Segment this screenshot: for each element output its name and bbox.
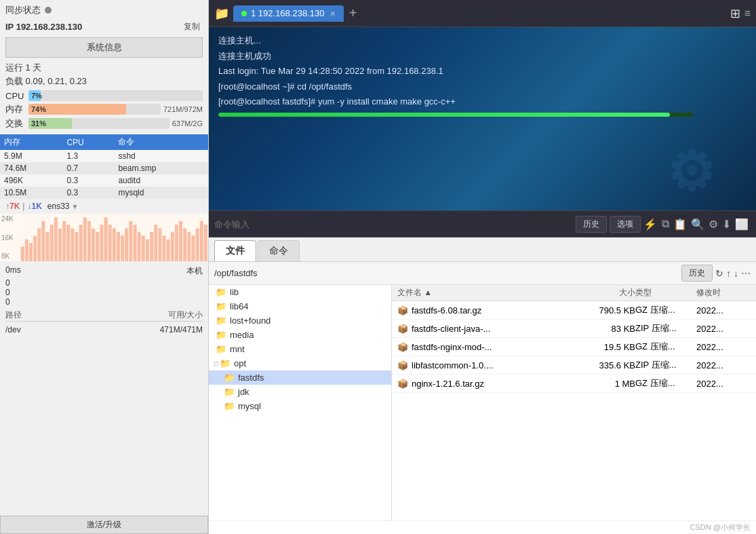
net-chevron-icon: ▼	[72, 203, 79, 210]
col-date[interactable]: 修改时	[696, 287, 751, 299]
proc-mem: 10.5M	[0, 187, 62, 199]
ip-row: IP 192.168.238.130 复制	[5, 20, 203, 33]
terminal-line-4: [root@localhost ~]# cd /opt/fastdfs	[218, 80, 747, 94]
swap-row: 交换 31% 637M/2G	[5, 117, 203, 130]
file-type: GZ 压缩...	[635, 341, 696, 353]
proc-cpu: 0.7	[62, 162, 114, 174]
left-top: 同步状态 IP 192.168.238.130 复制 系统信息 运行 1 天 负…	[0, 0, 208, 134]
list-item[interactable]: 📁lib	[209, 285, 391, 299]
download-icon[interactable]: ⬇	[722, 218, 731, 231]
tab-close-icon[interactable]: ×	[330, 8, 335, 19]
table-row[interactable]: 496K0.3auditd	[0, 174, 208, 187]
history-button[interactable]: 历史	[576, 216, 607, 233]
file-browser: /opt/fastdfs 历史 ↻ ↑ ↓ ⋯ 📁lib📁lib64📁lost+…	[209, 262, 756, 534]
copy-icon[interactable]: ⧉	[662, 218, 669, 230]
terminal-tab[interactable]: 1 192.168.238.130 ×	[233, 5, 344, 22]
table-row[interactable]: 5.9M1.3sshd	[0, 150, 208, 162]
proc-mem: 74.6M	[0, 162, 62, 174]
file-size: 335.6 KB	[574, 360, 635, 370]
col-type[interactable]: 类型	[635, 287, 696, 299]
copy-button[interactable]: 复制	[181, 20, 203, 33]
tab-file[interactable]: 文件	[214, 240, 256, 261]
upgrade-button[interactable]: 激活/升级	[0, 516, 208, 534]
disk-section: 路径 可用/大小 /dev 471M/471M	[0, 307, 208, 516]
list-item[interactable]: 📦fastdfs-nginx-mod-... 19.5 KB GZ 压缩... …	[392, 338, 756, 356]
list-item[interactable]: 📦fastdfs-client-java-... 83 KB ZIP 压缩...…	[392, 320, 756, 338]
svg-rect-4	[37, 229, 41, 261]
list-item[interactable]: 📦fastdfs-6.08.tar.gz 790.5 KB GZ 压缩... 2…	[392, 301, 756, 320]
list-item[interactable]: 📁media	[209, 328, 391, 342]
proc-mem: 496K	[0, 174, 62, 187]
col-size[interactable]: 大小	[574, 287, 635, 299]
latency-row: 0ms 本机	[0, 264, 208, 278]
settings-icon[interactable]: ⚙	[709, 218, 718, 231]
svg-rect-13	[75, 232, 79, 261]
list-item[interactable]: 📁lost+found	[209, 313, 391, 328]
more-icon[interactable]: ⋯	[741, 268, 751, 279]
table-row[interactable]: 10.5M0.3mysqld	[0, 187, 208, 199]
sync-status: 同步状态	[5, 4, 203, 16]
grid-icon[interactable]: ⊞	[730, 6, 740, 21]
load-row: 负载 0.09, 0.21, 0.23	[5, 75, 203, 88]
cpu-pct: 7%	[31, 90, 42, 101]
sysinfo-button[interactable]: 系统信息	[5, 37, 203, 58]
file-date: 2022...	[696, 305, 751, 316]
tree-item-label: lib64	[230, 301, 248, 311]
list-item[interactable]: 📁mysql	[209, 399, 391, 413]
svg-rect-34	[162, 235, 165, 261]
menu-icon[interactable]: ≡	[744, 7, 751, 20]
table-row[interactable]: 74.6M0.7beam.smp	[0, 162, 208, 174]
svg-rect-30	[146, 240, 149, 261]
net-chart-mid1: 16K	[1, 234, 18, 242]
list-item[interactable]: □📁opt	[209, 356, 391, 370]
folder-icon-sm: 📁	[224, 373, 235, 383]
svg-rect-31	[150, 232, 153, 261]
list-item[interactable]: 📁fastdfs	[209, 370, 391, 385]
net-chart-labels: 24K 16K 8K	[0, 214, 19, 261]
options-button[interactable]: 选项	[610, 216, 641, 233]
latency-val-1: 0	[5, 278, 203, 288]
folder-icon[interactable]: 📁	[214, 6, 229, 21]
tree-item-label: mysql	[238, 401, 261, 411]
terminal-area: 连接主机... 连接主机成功 Last login: Tue Mar 29 14…	[209, 27, 756, 210]
process-table: 内存 CPU 命令 5.9M1.3sshd74.6M0.7beam.smp496…	[0, 134, 208, 199]
net-interface: ens33	[47, 202, 70, 211]
file-rows: 📦fastdfs-6.08.tar.gz 790.5 KB GZ 压缩... 2…	[392, 301, 756, 393]
search-icon[interactable]: 🔍	[691, 218, 704, 231]
tree-item-label: opt	[234, 358, 246, 368]
col-name[interactable]: 文件名 ▲	[397, 287, 574, 299]
tab-cmd[interactable]: 命令	[258, 240, 300, 261]
tab-label: 1 192.168.238.130	[251, 8, 324, 18]
top-bar: 📁 1 192.168.238.130 × + ⊞ ≡	[209, 0, 756, 27]
expand-icon[interactable]: ⬜	[735, 218, 749, 231]
list-item[interactable]: 📁jdk	[209, 385, 391, 399]
list-item[interactable]: 📁mnt	[209, 342, 391, 356]
refresh-icon[interactable]: ↻	[715, 268, 723, 279]
terminal-watermark: ⚙	[667, 140, 715, 204]
list-item[interactable]: 📁lib64	[209, 299, 391, 313]
cpu-bar-wrap: 7%	[28, 90, 203, 101]
file-date: 2022...	[696, 342, 751, 352]
file-history-button[interactable]: 历史	[681, 265, 713, 282]
cmd-input[interactable]	[214, 219, 573, 229]
lightning-icon[interactable]: ⚡	[643, 218, 657, 231]
folder-icon-sm: 📁	[216, 287, 226, 297]
file-name: 📦libfastcommon-1.0....	[397, 360, 574, 370]
list-item[interactable]: 📦libfastcommon-1.0.... 335.6 KB ZIP 压缩..…	[392, 356, 756, 375]
svg-rect-15	[83, 217, 87, 261]
upload-icon[interactable]: ↑	[726, 268, 731, 279]
paste-icon[interactable]: 📋	[673, 218, 687, 231]
svg-rect-1	[25, 240, 28, 261]
file-type-icon: 📦	[397, 305, 408, 316]
file-name: 📦fastdfs-client-java-...	[397, 324, 574, 334]
download2-icon[interactable]: ↓	[734, 268, 738, 279]
add-tab-icon[interactable]: +	[349, 5, 357, 21]
mem-pct: 74%	[31, 104, 46, 115]
list-item[interactable]: 📦nginx-1.21.6.tar.gz 1 MB GZ 压缩... 2022.…	[392, 375, 756, 393]
cpu-label: CPU	[5, 91, 28, 101]
file-tree: 📁lib📁lib64📁lost+found📁media📁mnt□📁opt📁fas…	[209, 285, 392, 520]
svg-rect-41	[191, 235, 195, 261]
svg-rect-7	[50, 225, 54, 261]
svg-rect-42	[196, 229, 199, 261]
tree-item-label: jdk	[238, 387, 250, 397]
